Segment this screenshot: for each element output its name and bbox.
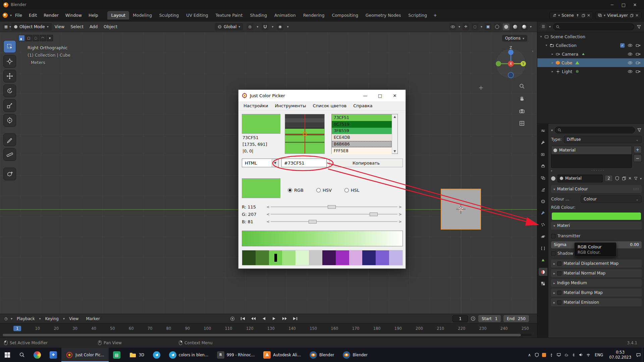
- new-viewlayer-icon[interactable]: [630, 13, 634, 17]
- menu-object[interactable]: Object: [101, 23, 120, 30]
- green-track[interactable]: [271, 212, 397, 217]
- properties-nav-icon[interactable]: ▾: [551, 128, 553, 132]
- green-channel-slider[interactable]: G: 207 < >: [242, 210, 403, 218]
- palette-swatch[interactable]: [309, 250, 322, 265]
- palette-swatch[interactable]: [242, 250, 256, 265]
- end-frame-field[interactable]: End 250: [503, 315, 529, 322]
- workspace-tab-layout[interactable]: Layout: [107, 11, 129, 19]
- filter-icon[interactable]: [634, 176, 638, 181]
- shading-wireframe-button[interactable]: [494, 23, 500, 30]
- taskbar-app-color-picker[interactable]: Just Color Pic...: [61, 348, 109, 362]
- tray-security-icon[interactable]: [533, 348, 540, 362]
- menu-select[interactable]: Select: [67, 23, 87, 30]
- previous-keyframe-button[interactable]: [249, 315, 258, 322]
- pivot-point-dropdown[interactable]: ◎: [247, 23, 253, 30]
- material-datablock-field[interactable]: Material: [557, 175, 603, 182]
- tray-usb-icon[interactable]: [548, 348, 555, 362]
- hsv-radio[interactable]: HSV: [316, 188, 332, 193]
- output-tab-icon[interactable]: [539, 162, 547, 170]
- render-visibility-icon[interactable]: [636, 43, 641, 48]
- expand-icon[interactable]: ▾: [539, 35, 543, 38]
- taskbar-app-telegram-chat[interactable]: colors in blen...: [165, 348, 213, 362]
- history-row[interactable]: FFF5E8: [332, 147, 392, 154]
- outliner-row-camera[interactable]: ▸ Camera: [537, 50, 644, 58]
- blue-thumb[interactable]: [309, 220, 317, 224]
- blue-channel-slider[interactable]: B: 81 < >: [242, 218, 403, 225]
- jump-to-start-button[interactable]: [238, 315, 247, 322]
- tool-annotate[interactable]: [3, 133, 16, 146]
- add-workspace-button[interactable]: +: [431, 11, 439, 19]
- slot-expand-icon[interactable]: ▸: [551, 169, 553, 172]
- auto-keying-button[interactable]: [228, 315, 237, 322]
- render-visibility-icon[interactable]: [636, 60, 641, 65]
- start-frame-field[interactable]: Start 1: [478, 315, 501, 322]
- green-thumb[interactable]: [370, 213, 378, 216]
- window-maximize-button[interactable]: □: [618, 2, 629, 7]
- red-track[interactable]: [271, 204, 397, 209]
- displacement-map-section[interactable]: ▸ Material Displacement Map: [551, 259, 642, 267]
- select-box-button[interactable]: ▢: [25, 35, 32, 41]
- color-picker-titlebar[interactable]: Just Color Picker — □ ✕: [238, 90, 406, 101]
- expand-icon[interactable]: ▸: [551, 52, 554, 56]
- menu-color-list[interactable]: Список цветов: [310, 102, 350, 110]
- particles-tab-icon[interactable]: [539, 221, 547, 229]
- taskbar-telegram-button[interactable]: [149, 348, 165, 362]
- palette-swatch[interactable]: [362, 250, 376, 265]
- material-users-count[interactable]: 2: [605, 175, 613, 182]
- displacement-map-checkbox[interactable]: [557, 261, 561, 266]
- menu-help[interactable]: Help: [85, 11, 102, 19]
- expand-icon[interactable]: ▾: [545, 44, 548, 47]
- current-frame-field[interactable]: 1: [452, 315, 468, 322]
- bump-map-checkbox[interactable]: [557, 291, 561, 295]
- taskbar-browser-button[interactable]: [29, 348, 45, 362]
- outliner-search-input[interactable]: [553, 23, 634, 30]
- outliner-row-light[interactable]: ▸ Light: [537, 67, 644, 76]
- decrement-icon[interactable]: <: [265, 205, 271, 209]
- new-material-icon[interactable]: [622, 176, 626, 181]
- dialog-close-button[interactable]: ✕: [387, 90, 402, 101]
- dialog-maximize-button[interactable]: □: [373, 90, 387, 101]
- dialog-minimize-button[interactable]: —: [358, 90, 373, 101]
- tool-select-box[interactable]: [3, 40, 16, 53]
- hex-value-input[interactable]: [281, 159, 327, 167]
- hsl-radio[interactable]: HSL: [344, 188, 359, 193]
- tray-chevron-icon[interactable]: ∧: [526, 348, 533, 362]
- rgb-radio[interactable]: RGB: [288, 188, 304, 193]
- material-slot-list[interactable]: Material: [551, 146, 632, 168]
- properties-search-input[interactable]: [555, 127, 635, 133]
- palette-swatch[interactable]: [349, 250, 363, 265]
- material-section-header[interactable]: ▾ Materi: [551, 222, 642, 230]
- workspace-tab-scripting[interactable]: Scripting: [405, 11, 431, 19]
- workspace-tab-sculpting[interactable]: Sculpting: [156, 11, 182, 19]
- show-desktop-button[interactable]: [642, 348, 644, 362]
- remove-viewlayer-icon[interactable]: ✕: [635, 13, 639, 18]
- hide-eye-icon[interactable]: [628, 69, 633, 74]
- transform-orientation-dropdown[interactable]: Global ▾: [215, 23, 243, 31]
- blender-menu-icon[interactable]: [3, 13, 8, 18]
- menu-keying[interactable]: Keying: [42, 315, 62, 322]
- window-close-button[interactable]: ✕: [629, 2, 641, 7]
- proportional-editing-toggle[interactable]: ◉: [277, 23, 283, 30]
- taskbar-photos-button[interactable]: ❖: [45, 348, 61, 362]
- scroll-down-icon[interactable]: ▼: [394, 149, 396, 153]
- filter-icon[interactable]: [637, 24, 641, 29]
- timeline-editor-type-button[interactable]: ◷: [3, 315, 9, 322]
- blue-track[interactable]: [271, 219, 397, 224]
- show-gizmo-toggle[interactable]: ✛: [463, 23, 469, 30]
- menu-edit[interactable]: Edit: [25, 11, 40, 19]
- xray-toggle[interactable]: ▣: [485, 23, 491, 30]
- language-indicator[interactable]: ENG: [592, 353, 606, 357]
- tool-scale[interactable]: [3, 99, 16, 112]
- red-channel-slider[interactable]: R: 115 < >: [242, 203, 403, 210]
- tool-cursor[interactable]: [3, 55, 16, 68]
- palette-swatch[interactable]: [256, 250, 269, 265]
- expand-icon[interactable]: ▸: [551, 61, 554, 64]
- menu-view[interactable]: View: [66, 315, 82, 322]
- tray-app-icon[interactable]: [540, 348, 548, 362]
- object-data-tab-icon[interactable]: [539, 256, 547, 264]
- bump-map-section[interactable]: ▸ Material Bump Map: [551, 289, 642, 297]
- material-tab-icon[interactable]: [539, 268, 547, 276]
- collapse-panel-icon[interactable]: ‹: [532, 49, 533, 53]
- zoom-view-button[interactable]: [518, 82, 526, 90]
- emission-section[interactable]: ▸ Material Emission: [551, 298, 642, 306]
